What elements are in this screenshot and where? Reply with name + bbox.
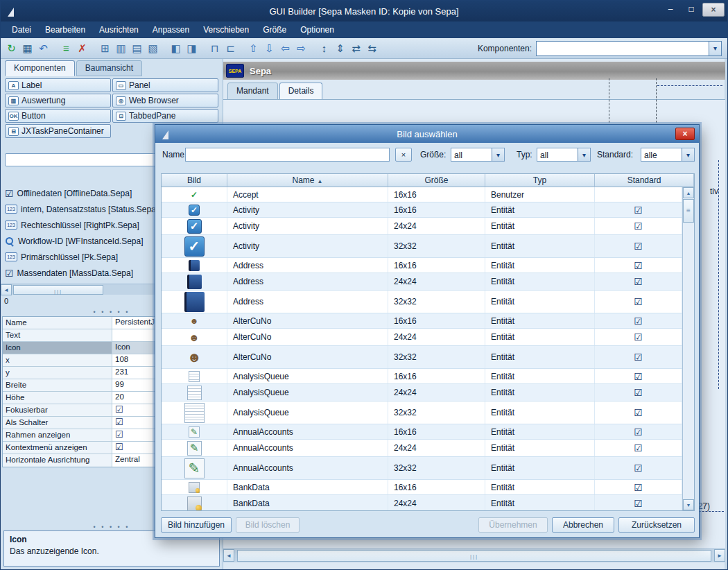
tab-mandant[interactable]: Mandant xyxy=(227,83,278,100)
close-button[interactable]: × xyxy=(702,3,725,17)
chevron-down-icon[interactable] xyxy=(492,148,504,161)
reset-button[interactable]: Zurücksetzen xyxy=(618,517,695,533)
size-width-icon[interactable]: ⇄ xyxy=(348,40,364,56)
checkbox-checked-icon[interactable]: ☑ xyxy=(634,371,643,382)
component-button-button[interactable]: OKButton xyxy=(5,109,111,123)
checkbox-checked-icon[interactable]: ☑ xyxy=(115,404,123,415)
column-header-groesse[interactable]: Größe xyxy=(388,174,485,187)
table-row[interactable]: ✓Activity24x24Entität☑ xyxy=(162,218,682,235)
minimize-button[interactable]: – xyxy=(661,3,680,17)
checkbox-checked-icon[interactable]: ☑ xyxy=(634,260,643,271)
delete-grid-icon[interactable]: ✗ xyxy=(74,40,90,56)
component-auswertung-button[interactable]: ▥Auswertung xyxy=(5,94,111,107)
component-tabbedpane-button[interactable]: ⊡TabbedPane xyxy=(112,109,218,123)
table-row[interactable]: ☻AlterCuNo16x16Entität☑ xyxy=(162,313,682,329)
table-row[interactable]: AnalysisQueue32x32Entität☑ xyxy=(162,401,682,424)
scrollbar-thumb[interactable] xyxy=(237,550,711,562)
checkbox-checked-icon[interactable]: ☑ xyxy=(634,482,643,493)
add-image-button[interactable]: Bild hinzufügen xyxy=(161,517,232,533)
scrollbar-thumb[interactable] xyxy=(13,285,103,295)
table-row[interactable]: ✎AnnualAccounts24x24Entität☑ xyxy=(162,440,682,457)
scroll-up-icon[interactable] xyxy=(683,187,694,198)
design-area-scrollbar[interactable] xyxy=(223,549,725,562)
table-row[interactable]: ☻AlterCuNo32x32Entität☑ xyxy=(162,346,682,369)
checkbox-checked-icon[interactable]: ☑ xyxy=(115,429,123,440)
checkbox-checked-icon[interactable]: ☑ xyxy=(634,352,643,363)
save-icon[interactable]: ▦ xyxy=(19,40,35,56)
menu-item-bearbeiten[interactable]: Bearbeiten xyxy=(38,21,92,38)
apply-button[interactable]: Übernehmen xyxy=(478,517,548,533)
column-header-bild[interactable]: Bild xyxy=(162,174,227,187)
chart-icon[interactable]: ▥ xyxy=(113,40,129,56)
komponenten-combobox[interactable] xyxy=(536,41,722,56)
column-header-name[interactable]: Name▲ xyxy=(227,174,388,187)
table-row[interactable]: BankData24x24Entität☑ xyxy=(162,495,682,510)
table-row[interactable]: AnalysisQueue16x16Entität☑ xyxy=(162,369,682,384)
groesse-filter-combobox[interactable]: all xyxy=(451,148,505,162)
table-row[interactable]: ✎AnnualAccounts16x16Entität☑ xyxy=(162,424,682,440)
checkbox-checked-icon[interactable]: ☑ xyxy=(634,442,643,454)
table-row[interactable]: Address32x32Entität☑ xyxy=(162,291,682,313)
delete-image-button[interactable]: Bild löschen xyxy=(236,517,300,533)
component-jxtaskpanecontainer-button[interactable]: ⊟JXTaskPaneContainer xyxy=(5,124,111,138)
size-height-icon[interactable]: ↕ xyxy=(316,40,332,56)
chevron-down-icon[interactable] xyxy=(682,148,694,161)
name-filter-input[interactable] xyxy=(185,148,390,162)
new-window-icon[interactable]: ⊞ xyxy=(97,40,113,56)
standard-filter-combobox[interactable]: alle xyxy=(641,148,695,162)
maximize-button[interactable]: □ xyxy=(682,3,701,17)
menu-item-anpassen[interactable]: Anpassen xyxy=(146,21,196,38)
cancel-button[interactable]: Abbrechen xyxy=(552,517,614,533)
align-left-icon[interactable]: ▤ xyxy=(129,40,145,56)
table-row[interactable]: Address24x24Entität☑ xyxy=(162,273,682,291)
size-height-grow-icon[interactable]: ⇕ xyxy=(332,40,348,56)
scroll-right-icon[interactable] xyxy=(714,549,725,562)
scroll-left-icon[interactable] xyxy=(1,284,12,295)
cascade-icon[interactable]: ◧ xyxy=(168,40,184,56)
move-in-icon[interactable]: ⇦ xyxy=(277,40,293,56)
move-up-icon[interactable]: ⇧ xyxy=(245,40,261,56)
checkbox-checked-icon[interactable]: ☑ xyxy=(634,426,643,438)
scroll-left-icon[interactable] xyxy=(223,549,234,562)
table-row[interactable]: ✓Activity16x16Entität☑ xyxy=(162,202,682,218)
menu-item-optionen[interactable]: Optionen xyxy=(293,21,341,38)
refresh-icon[interactable]: ↻ xyxy=(3,40,19,56)
table-row[interactable]: ✓Accept16x16Benutzer xyxy=(162,187,682,202)
menu-item-datei[interactable]: Datei xyxy=(5,21,38,38)
table-row[interactable]: ☻AlterCuNo24x24Entität☑ xyxy=(162,329,682,346)
menu-item-verschieben[interactable]: Verschieben xyxy=(196,21,256,38)
checkbox-checked-icon[interactable]: ☑ xyxy=(115,417,123,427)
checkbox-checked-icon[interactable]: ☑ xyxy=(634,276,643,287)
tile-icon[interactable]: ◨ xyxy=(184,40,200,56)
component-label-button[interactable]: ALabel xyxy=(5,78,111,92)
table-row[interactable]: ✓Activity32x32Entität☑ xyxy=(162,235,682,258)
checkbox-checked-icon[interactable]: ☑ xyxy=(634,463,643,474)
align-right-icon[interactable]: ▧ xyxy=(145,40,161,56)
tab-komponenten[interactable]: Komponenten xyxy=(5,60,75,76)
checkbox-checked-icon[interactable]: ☑ xyxy=(634,241,643,252)
checkbox-checked-icon[interactable]: ☑ xyxy=(634,316,643,327)
checkbox-checked-icon[interactable]: ☑ xyxy=(634,498,643,509)
table-row[interactable]: BankData16x16Entität☑ xyxy=(162,480,682,495)
checkbox-checked-icon[interactable]: ☑ xyxy=(634,296,643,307)
component-panel-button[interactable]: ▭Panel xyxy=(112,78,218,92)
image-table-scrollbar[interactable] xyxy=(682,187,694,510)
menu-item-ausrichten[interactable]: Ausrichten xyxy=(92,21,146,38)
column-header-standard[interactable]: Standard xyxy=(595,174,694,187)
move-down-icon[interactable]: ⇩ xyxy=(261,40,277,56)
size-width-grow-icon[interactable]: ⇆ xyxy=(364,40,380,56)
component-web-browser-button[interactable]: ◎Web Browser xyxy=(112,94,218,107)
table-row[interactable]: AnalysisQueue24x24Entität☑ xyxy=(162,384,682,401)
chevron-down-icon[interactable] xyxy=(578,148,590,161)
checkbox-checked-icon[interactable]: ☑ xyxy=(634,221,643,232)
checkbox-checked-icon[interactable]: ☑ xyxy=(634,387,643,398)
chevron-down-icon[interactable] xyxy=(709,42,721,55)
table-row[interactable]: ✎AnnualAccounts32x32Entität☑ xyxy=(162,457,682,480)
checkbox-checked-icon[interactable]: ☑ xyxy=(115,442,123,452)
scrollbar-thumb[interactable] xyxy=(683,199,694,223)
dialog-close-button[interactable]: × xyxy=(675,128,695,140)
checkbox-checked-icon[interactable]: ☑ xyxy=(634,205,643,216)
checkbox-checked-icon[interactable]: ☑ xyxy=(634,407,643,418)
tab-details[interactable]: Details xyxy=(279,83,323,100)
clear-filter-button[interactable]: × xyxy=(395,148,412,162)
